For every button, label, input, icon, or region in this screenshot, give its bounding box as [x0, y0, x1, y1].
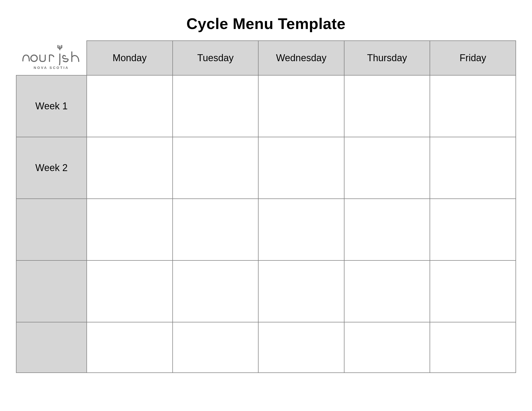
cell-w3-mon — [87, 199, 173, 260]
cell-w1-tue — [173, 75, 259, 137]
cell-w2-fri — [430, 137, 516, 199]
cell-w4-thu — [344, 260, 430, 322]
logo-cell: NOVA SCOTIA — [16, 41, 87, 75]
cell-w2-thu — [344, 137, 430, 199]
cell-w1-wed — [258, 75, 344, 137]
svg-point-3 — [31, 55, 37, 61]
cell-w4-wed — [258, 260, 344, 322]
week-label-5 — [16, 322, 87, 373]
cell-w3-tue — [173, 199, 259, 260]
cell-w3-fri — [430, 199, 516, 260]
cell-w5-wed — [258, 322, 344, 373]
cell-w5-tue — [173, 322, 259, 373]
page-title: Cycle Menu Template — [16, 15, 516, 32]
cycle-menu-table: NOVA SCOTIA Monday Tuesday Wednesday Thu… — [16, 40, 516, 373]
week-label-4 — [16, 260, 87, 322]
cell-w3-thu — [344, 199, 430, 260]
day-header-monday: Monday — [87, 41, 173, 75]
nourish-logo: NOVA SCOTIA — [21, 44, 82, 70]
nourish-logo-icon — [21, 44, 82, 65]
cell-w3-wed — [258, 199, 344, 260]
cell-w2-tue — [173, 137, 259, 199]
cell-w5-fri — [430, 322, 516, 373]
day-header-friday: Friday — [430, 41, 516, 75]
cell-w2-wed — [258, 137, 344, 199]
cell-w4-fri — [430, 260, 516, 322]
day-header-tuesday: Tuesday — [173, 41, 259, 75]
day-header-wednesday: Wednesday — [258, 41, 344, 75]
cell-w1-mon — [87, 75, 173, 137]
day-header-thursday: Thursday — [344, 41, 430, 75]
cell-w1-fri — [430, 75, 516, 137]
cell-w2-mon — [87, 137, 173, 199]
cell-w4-mon — [87, 260, 173, 322]
cell-w5-thu — [344, 322, 430, 373]
logo-subtext: NOVA SCOTIA — [21, 66, 82, 70]
week-label-1: Week 1 — [16, 75, 87, 137]
week-label-3 — [16, 199, 87, 260]
week-label-2: Week 2 — [16, 137, 87, 199]
cell-w5-mon — [87, 322, 173, 373]
cell-w1-thu — [344, 75, 430, 137]
cell-w4-tue — [173, 260, 259, 322]
